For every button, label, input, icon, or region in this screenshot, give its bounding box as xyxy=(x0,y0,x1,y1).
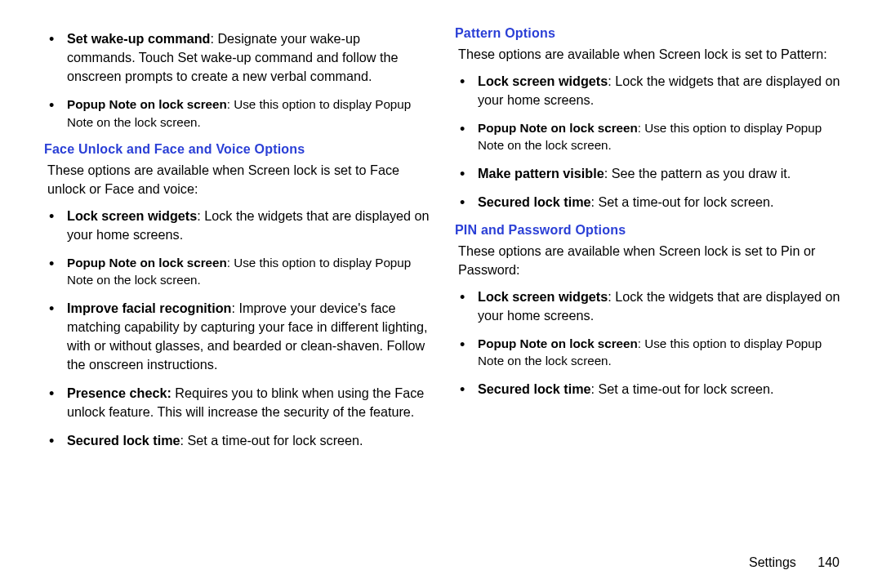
list-item-text: Popup Note on lock screen: Use this opti… xyxy=(67,96,432,131)
list-item-text: Lock screen widgets: Lock the widgets th… xyxy=(478,72,843,109)
bullet-list: Lock screen widgets: Lock the widgets th… xyxy=(455,72,843,212)
bullet-list: Lock screen widgets: Lock the widgets th… xyxy=(44,207,432,450)
list-item: Lock screen widgets: Lock the widgets th… xyxy=(455,287,843,325)
section-heading-face-unlock: Face Unlock and Face and Voice Options xyxy=(44,140,432,159)
list-item-lead: Popup Note on lock screen xyxy=(478,336,638,350)
bullet-icon xyxy=(455,72,478,109)
bullet-icon xyxy=(455,287,478,325)
page-footer: Settings 140 xyxy=(749,555,840,570)
section-intro: These options are available when Screen … xyxy=(455,242,843,279)
bullet-icon xyxy=(44,207,67,244)
list-item-lead: Secured lock time xyxy=(478,194,591,209)
bullet-icon xyxy=(455,193,478,212)
bullet-icon xyxy=(455,335,478,370)
list-item-text: Improve facial recognition: Improve your… xyxy=(67,299,432,374)
list-item-text: Presence check: Requires you to blink wh… xyxy=(67,384,432,421)
list-item-lead: Lock screen widgets xyxy=(478,74,608,88)
list-item-lead: Popup Note on lock screen xyxy=(67,256,227,270)
list-item-lead: Lock screen widgets xyxy=(67,208,197,223)
bullet-icon xyxy=(44,431,67,450)
list-item-lead: Secured lock time xyxy=(67,433,180,448)
bullet-list: Lock screen widgets: Lock the widgets th… xyxy=(455,287,843,399)
section-heading-pin-password: PIN and Password Options xyxy=(455,221,843,240)
bullet-icon xyxy=(44,384,67,421)
list-item-rest: : Set a time-out for lock screen. xyxy=(180,433,363,448)
list-item-text: Secured lock time: Set a time-out for lo… xyxy=(67,431,432,450)
footer-section-label: Settings xyxy=(749,555,796,569)
list-item: Secured lock time: Set a time-out for lo… xyxy=(455,193,843,212)
list-item: Popup Note on lock screen: Use this opti… xyxy=(455,335,843,370)
list-item: Lock screen widgets: Lock the widgets th… xyxy=(455,72,843,109)
list-item-rest: : Set a time-out for lock screen. xyxy=(591,194,774,209)
list-item-lead: Popup Note on lock screen xyxy=(67,97,227,111)
section-heading-pattern: Pattern Options xyxy=(455,24,843,43)
two-column-layout: Set wake-up command: Designate your wake… xyxy=(44,24,843,460)
list-item: Lock screen widgets: Lock the widgets th… xyxy=(44,207,432,244)
list-item-lead: Make pattern visible xyxy=(478,166,604,180)
list-item-text: Set wake-up command: Designate your wake… xyxy=(67,29,432,86)
list-item-lead: Set wake-up command xyxy=(67,31,210,46)
list-item-lead: Improve facial recognition xyxy=(67,301,232,315)
list-item-rest: : Set a time-out for lock screen. xyxy=(591,381,774,396)
list-item-text: Make pattern visible: See the pattern as… xyxy=(478,164,843,183)
bullet-icon xyxy=(455,119,478,154)
list-item-text: Lock screen widgets: Lock the widgets th… xyxy=(67,207,432,244)
list-item-text: Popup Note on lock screen: Use this opti… xyxy=(478,335,843,370)
manual-page: Set wake-up command: Designate your wake… xyxy=(0,0,882,588)
list-item-text: Secured lock time: Set a time-out for lo… xyxy=(478,193,843,212)
list-item: Secured lock time: Set a time-out for lo… xyxy=(455,380,843,399)
list-item-text: Secured lock time: Set a time-out for lo… xyxy=(478,380,843,399)
list-item: Improve facial recognition: Improve your… xyxy=(44,299,432,374)
list-item: Set wake-up command: Designate your wake… xyxy=(44,29,432,86)
list-item-text: Popup Note on lock screen: Use this opti… xyxy=(478,119,843,154)
list-item-rest: : See the pattern as you draw it. xyxy=(604,166,791,180)
bullet-icon xyxy=(44,254,67,289)
section-intro: These options are available when Screen … xyxy=(455,45,843,64)
bullet-icon xyxy=(44,299,67,374)
list-item: Popup Note on lock screen: Use this opti… xyxy=(44,254,432,289)
list-item-lead: Lock screen widgets xyxy=(478,289,608,304)
right-column: Pattern Options These options are availa… xyxy=(455,24,843,460)
bullet-icon xyxy=(44,29,67,86)
list-item-lead: Secured lock time xyxy=(478,381,591,396)
section-intro: These options are available when Screen … xyxy=(44,161,432,198)
footer-page-number: 140 xyxy=(817,555,840,569)
list-item-lead: Popup Note on lock screen xyxy=(478,121,638,135)
list-item-text: Popup Note on lock screen: Use this opti… xyxy=(67,254,432,289)
bullet-list: Set wake-up command: Designate your wake… xyxy=(44,29,432,131)
bullet-icon xyxy=(44,96,67,131)
list-item: Popup Note on lock screen: Use this opti… xyxy=(44,96,432,131)
bullet-icon xyxy=(455,164,478,183)
left-column: Set wake-up command: Designate your wake… xyxy=(44,24,432,460)
list-item: Popup Note on lock screen: Use this opti… xyxy=(455,119,843,154)
list-item: Presence check: Requires you to blink wh… xyxy=(44,384,432,421)
list-item: Make pattern visible: See the pattern as… xyxy=(455,164,843,183)
list-item: Secured lock time: Set a time-out for lo… xyxy=(44,431,432,450)
list-item-text: Lock screen widgets: Lock the widgets th… xyxy=(478,287,843,325)
list-item-lead: Presence check: xyxy=(67,385,172,400)
bullet-icon xyxy=(455,380,478,399)
